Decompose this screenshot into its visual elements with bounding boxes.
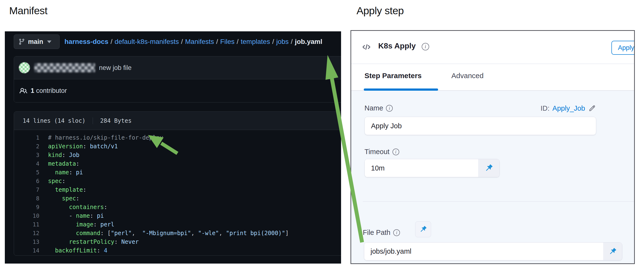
manifest-section-title: Manifest bbox=[9, 5, 48, 17]
contributors-row[interactable]: 1 contributor bbox=[14, 79, 341, 102]
code-icon bbox=[362, 42, 371, 52]
breadcrumb-separator: / bbox=[270, 38, 276, 45]
code-line: 13 restartPolicy: Never bbox=[14, 238, 341, 246]
chevron-down-icon bbox=[47, 40, 52, 43]
code-line: 12 command: ["perl", "-Mbignum=bpi", "-w… bbox=[14, 229, 341, 238]
breadcrumb-link[interactable]: Files bbox=[220, 38, 234, 45]
breadcrumb-separator: / bbox=[108, 38, 115, 45]
code-line: 6spec: bbox=[14, 177, 341, 185]
step-id-row: ID: Apply_Job bbox=[541, 104, 596, 112]
avatar[interactable] bbox=[19, 62, 30, 73]
breadcrumb-link[interactable]: harness-docs bbox=[64, 38, 108, 45]
breadcrumb-separator: / bbox=[179, 38, 185, 45]
info-icon[interactable]: i bbox=[422, 43, 429, 50]
contributor-count: 1 bbox=[31, 87, 34, 94]
code-line: 5 name: pi bbox=[14, 168, 341, 177]
line-number[interactable]: 11 bbox=[14, 220, 39, 229]
code-line: 4metadata: bbox=[14, 159, 341, 168]
code-text: # harness.io/skip-file-for-deploy bbox=[39, 133, 163, 142]
github-file-viewer: main harness-docs/default-k8s-manifests/… bbox=[5, 31, 341, 264]
line-number[interactable]: 10 bbox=[14, 212, 39, 220]
code-line: 10 - name: pi bbox=[14, 212, 341, 220]
info-icon[interactable]: i bbox=[393, 229, 400, 236]
line-number[interactable]: 4 bbox=[14, 159, 39, 168]
section-divider bbox=[363, 201, 634, 202]
code-line: 8 spec: bbox=[14, 194, 341, 203]
branch-name: main bbox=[28, 38, 43, 45]
step-title: K8s Apply bbox=[378, 41, 416, 50]
code-text: restartPolicy: Never bbox=[39, 238, 139, 246]
commit-message[interactable]: new job file bbox=[99, 64, 132, 72]
timeout-field-label: Timeout i bbox=[364, 148, 399, 156]
pin-icon[interactable] bbox=[478, 159, 500, 177]
file-content-card: 14 lines (14 sloc) 284 Bytes 1# harness.… bbox=[14, 111, 341, 256]
step-parameters-form: Name i ID: Apply_Job Timeout i File Path… bbox=[351, 91, 634, 263]
apply-changes-button[interactable]: Apply bbox=[612, 41, 635, 55]
info-icon[interactable]: i bbox=[392, 149, 399, 155]
line-number[interactable]: 6 bbox=[14, 177, 39, 185]
line-number[interactable]: 8 bbox=[14, 194, 39, 203]
line-number[interactable]: 12 bbox=[14, 229, 39, 238]
people-icon bbox=[20, 87, 27, 95]
code-text: spec: bbox=[39, 194, 80, 203]
timeout-input-group bbox=[364, 159, 500, 177]
file-line-stats: 14 lines (14 sloc) bbox=[23, 117, 86, 124]
active-tab-underline bbox=[364, 88, 438, 91]
tab-advanced[interactable]: Advanced bbox=[452, 72, 484, 80]
breadcrumb-link[interactable]: default-k8s-manifests bbox=[115, 38, 179, 45]
code-text: template: bbox=[39, 185, 86, 194]
timeout-input[interactable] bbox=[365, 159, 478, 177]
pin-icon[interactable] bbox=[603, 243, 622, 260]
code-line: 11 image: perl bbox=[14, 220, 341, 229]
commit-row: new job file bbox=[14, 56, 341, 79]
line-number[interactable]: 14 bbox=[14, 246, 39, 255]
file-path-input-group bbox=[364, 242, 622, 261]
code-line: 2apiVersion: batch/v1 bbox=[14, 142, 341, 151]
tab-step-parameters[interactable]: Step Parameters bbox=[364, 72, 422, 80]
contributor-label: contributor bbox=[36, 87, 67, 94]
redacted-username bbox=[34, 63, 95, 72]
pencil-icon[interactable] bbox=[588, 104, 596, 112]
file-path-input[interactable] bbox=[364, 243, 603, 260]
name-input[interactable] bbox=[364, 117, 596, 135]
breadcrumb-link[interactable]: jobs bbox=[276, 38, 288, 45]
code-text: containers: bbox=[39, 203, 108, 212]
file-size: 284 Bytes bbox=[93, 117, 132, 124]
line-number[interactable]: 5 bbox=[14, 168, 39, 177]
code-text: kind: Job bbox=[39, 151, 80, 159]
line-number[interactable]: 1 bbox=[14, 133, 39, 142]
apply-step-section-title: Apply step bbox=[356, 5, 404, 17]
line-number[interactable]: 3 bbox=[14, 151, 39, 159]
breadcrumb-link[interactable]: Manifests bbox=[185, 38, 214, 45]
file-path-field-label: File Path i bbox=[363, 229, 400, 237]
code-line: 7 template: bbox=[14, 185, 341, 194]
step-tabs: Step Parameters Advanced bbox=[351, 64, 634, 91]
breadcrumb: harness-docs/default-k8s-manifests/Manif… bbox=[64, 38, 322, 45]
k8s-apply-step-panel: K8s Apply i Apply Step Parameters Advanc… bbox=[350, 30, 635, 264]
name-field-label: Name i bbox=[364, 104, 393, 112]
code-text: metadata: bbox=[39, 159, 80, 168]
info-icon[interactable]: i bbox=[386, 105, 393, 112]
pin-icon[interactable] bbox=[415, 221, 431, 237]
file-stats-bar: 14 lines (14 sloc) 284 Bytes bbox=[14, 112, 341, 130]
code-text: - name: pi bbox=[39, 212, 104, 220]
code-line: 14 backoffLimit: 4 bbox=[14, 246, 341, 255]
git-branch-icon bbox=[18, 38, 25, 45]
line-number[interactable]: 13 bbox=[14, 238, 39, 246]
code-text: name: pi bbox=[39, 168, 83, 177]
step-id-link[interactable]: Apply_Job bbox=[552, 104, 585, 112]
code-text: image: perl bbox=[39, 220, 114, 229]
breadcrumb-separator: / bbox=[234, 38, 241, 45]
code-text: apiVersion: batch/v1 bbox=[39, 142, 118, 151]
code-text: spec: bbox=[39, 177, 66, 185]
breadcrumb-separator: / bbox=[214, 38, 220, 45]
code-text: command: ["perl", "-Mbignum=bpi", "-wle"… bbox=[39, 229, 289, 238]
line-number[interactable]: 2 bbox=[14, 142, 39, 151]
code-line: 1# harness.io/skip-file-for-deploy bbox=[14, 133, 341, 142]
breadcrumb-current-file: job.yaml bbox=[295, 38, 322, 45]
line-number[interactable]: 7 bbox=[14, 185, 39, 194]
code-line: 9 containers: bbox=[14, 203, 341, 212]
breadcrumb-link[interactable]: templates bbox=[241, 38, 270, 45]
line-number[interactable]: 9 bbox=[14, 203, 39, 212]
branch-selector-button[interactable]: main bbox=[14, 34, 60, 49]
